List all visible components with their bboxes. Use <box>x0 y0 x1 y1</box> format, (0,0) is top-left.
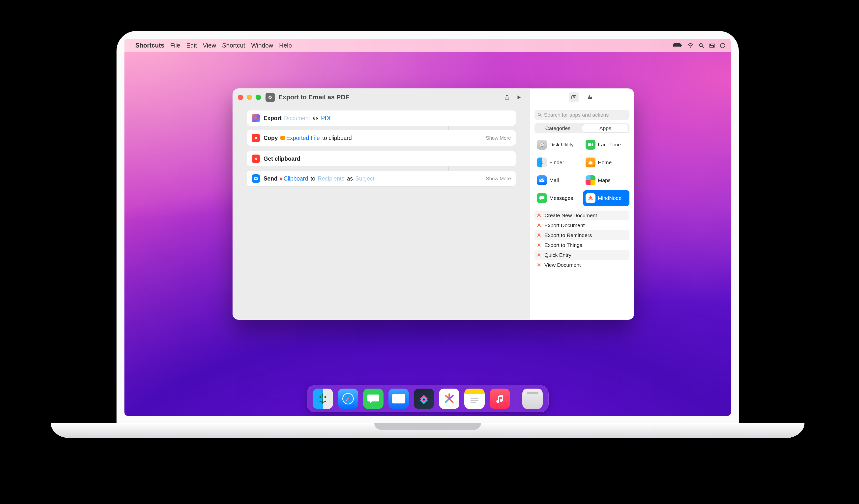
menubar-app-name[interactable]: Shortcuts <box>135 42 164 49</box>
step-token[interactable]: Document <box>284 115 310 122</box>
step-token: to <box>311 175 315 182</box>
shortcut-icon <box>266 93 275 102</box>
step-icon <box>252 114 260 122</box>
dock-safari[interactable] <box>338 389 358 409</box>
settings-tab-icon[interactable] <box>585 92 595 102</box>
svg-point-29 <box>325 396 326 398</box>
menubar: Shortcuts FileEditViewShortcutWindowHelp <box>124 39 731 52</box>
dock-trash[interactable] <box>522 389 543 409</box>
action-export-to-things[interactable]: Export to Things <box>534 240 630 250</box>
step-token[interactable]: Subject <box>355 175 374 182</box>
wifi-icon[interactable] <box>687 43 694 48</box>
action-label: Create New Document <box>544 212 597 218</box>
action-label: View Document <box>544 262 581 268</box>
step-token[interactable]: Clipboard <box>280 175 308 182</box>
menu-shortcut[interactable]: Shortcut <box>222 42 245 49</box>
app-label: Finder <box>549 159 564 166</box>
window-titlebar: Export to Email as PDF <box>233 89 530 106</box>
app-item-mindnode[interactable]: MindNode <box>583 190 630 206</box>
svg-point-9 <box>713 46 714 47</box>
action-create-new-document[interactable]: Create New Document <box>534 210 630 220</box>
action-step-2[interactable]: Get clipboard <box>247 151 516 167</box>
segment-categories[interactable]: Categories <box>534 123 581 133</box>
app-label: Home <box>598 159 612 166</box>
svg-line-5 <box>702 46 704 48</box>
dock-shortcuts[interactable] <box>414 389 434 409</box>
svg-line-21 <box>540 115 541 117</box>
window-close-button[interactable] <box>238 95 243 100</box>
segmented-control[interactable]: Categories Apps <box>534 123 630 133</box>
svg-point-7 <box>710 44 711 45</box>
svg-point-19 <box>589 98 590 99</box>
mindnode-icon <box>537 233 542 238</box>
app-item-home[interactable]: Home <box>583 155 630 170</box>
battery-icon[interactable] <box>673 43 682 48</box>
svg-point-13 <box>573 97 575 98</box>
app-item-finder[interactable]: Finder <box>534 155 581 170</box>
dock-notes[interactable] <box>464 389 485 409</box>
share-button[interactable] <box>501 91 513 103</box>
app-item-facetime[interactable]: FaceTime <box>583 137 630 153</box>
dock-music[interactable] <box>489 389 510 409</box>
action-export-to-reminders[interactable]: Export to Reminders <box>534 230 630 240</box>
spotlight-icon[interactable] <box>698 43 704 48</box>
step-icon <box>252 174 260 183</box>
svg-point-3 <box>690 46 691 47</box>
svg-point-4 <box>699 44 702 47</box>
run-button[interactable] <box>513 91 525 103</box>
dock-messages[interactable] <box>363 389 383 409</box>
show-more-button[interactable]: Show More <box>486 176 511 182</box>
window-minimize-button[interactable] <box>247 95 252 100</box>
step-token: to clipboard <box>322 135 352 141</box>
menu-edit[interactable]: Edit <box>186 42 197 49</box>
app-label: FaceTime <box>598 142 621 147</box>
step-token[interactable]: Recipients <box>318 175 344 182</box>
svg-rect-27 <box>540 178 544 182</box>
step-token[interactable]: Exported File <box>281 135 320 141</box>
app-item-maps[interactable]: Maps <box>583 172 630 188</box>
action-quick-entry[interactable]: Quick Entry <box>534 250 630 260</box>
app-item-mail[interactable]: Mail <box>534 172 581 188</box>
window-title: Export to Email as PDF <box>278 93 349 101</box>
menu-view[interactable]: View <box>203 42 216 49</box>
action-view-document[interactable]: View Document <box>534 260 630 270</box>
action-step-1[interactable]: CopyExported Fileto clipboardShow More <box>247 130 516 146</box>
step-verb: Send <box>263 175 277 182</box>
control-center-icon[interactable] <box>709 43 715 48</box>
svg-point-17 <box>589 96 590 97</box>
search-input[interactable]: Search for apps and actions <box>534 110 630 120</box>
menu-file[interactable]: File <box>170 42 180 49</box>
dock-finder[interactable] <box>313 389 333 409</box>
app-label: Maps <box>598 177 611 183</box>
workflow-canvas[interactable]: ExportDocumentasPDFCopyExported Fileto c… <box>233 106 530 191</box>
action-export-document[interactable]: Export Document <box>534 220 630 230</box>
action-step-0[interactable]: ExportDocumentasPDF <box>247 110 516 126</box>
menu-window[interactable]: Window <box>251 42 273 49</box>
step-icon <box>252 134 260 142</box>
step-token: as <box>347 175 353 182</box>
app-icon <box>537 158 547 168</box>
segment-apps[interactable]: Apps <box>582 124 629 132</box>
step-token[interactable]: PDF <box>321 115 332 122</box>
dock-mail[interactable] <box>389 389 409 409</box>
app-icon <box>537 175 547 185</box>
app-item-disk-utility[interactable]: Disk Utility <box>534 137 581 153</box>
action-step-3[interactable]: SendClipboardtoRecipientsasSubjectShow M… <box>247 171 516 186</box>
app-icon <box>586 175 596 185</box>
dock-separator <box>516 390 516 407</box>
app-item-messages[interactable]: Messages <box>534 190 581 206</box>
dock <box>307 385 548 412</box>
action-label: Quick Entry <box>544 252 571 258</box>
step-verb: Export <box>263 115 282 122</box>
desktop-wallpaper: Shortcuts FileEditViewShortcutWindowHelp <box>124 39 731 416</box>
menu-help[interactable]: Help <box>279 42 292 49</box>
dock-mindnode[interactable] <box>439 389 459 409</box>
siri-icon[interactable] <box>720 43 725 48</box>
window-zoom-button[interactable] <box>256 95 261 100</box>
library-tab-icon[interactable] <box>569 92 579 102</box>
app-label: Disk Utility <box>549 142 574 147</box>
svg-point-28 <box>319 396 321 398</box>
show-more-button[interactable]: Show More <box>486 135 511 141</box>
action-label: Export Document <box>544 222 585 229</box>
step-token: as <box>313 115 319 122</box>
